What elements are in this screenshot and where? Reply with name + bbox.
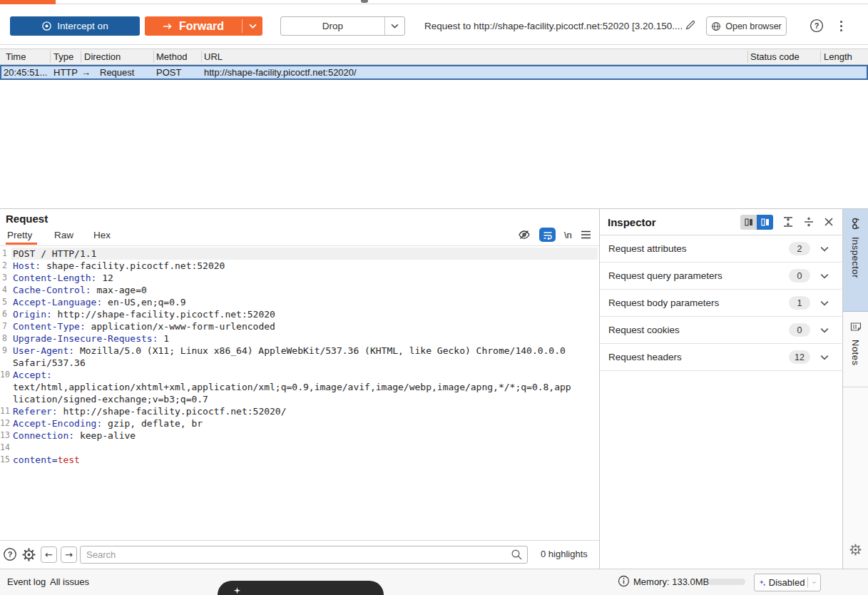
col-method[interactable]: Method <box>156 51 187 62</box>
line-number: 9 <box>0 345 11 357</box>
forward-button[interactable]: Forward <box>145 16 262 36</box>
intercept-icon <box>41 21 52 31</box>
editor-line[interactable]: 7Content-Type: application/x-www-form-ur… <box>0 320 598 332</box>
line-number: 5 <box>0 296 11 308</box>
editor-line[interactable]: 13Connection: keep-alive <box>0 429 598 442</box>
intercept-toggle-button[interactable]: Intercept on <box>10 16 140 36</box>
single-pane-layout-button[interactable] <box>740 215 757 230</box>
line-content: Upgrade-Insecure-Requests: 1 <box>11 332 598 345</box>
line-content: Content-Length: 12 <box>11 272 598 284</box>
section-request-headers[interactable]: Request headers 12 <box>600 344 842 371</box>
col-time[interactable]: Time <box>6 51 26 62</box>
event-log-link[interactable]: Event log <box>7 576 46 587</box>
more-menu-button[interactable] <box>836 19 846 33</box>
side-tab-inspector[interactable]: Inspector <box>843 209 868 312</box>
row-url: http://shape-facility.picoctf.net:52020/ <box>204 67 357 78</box>
inspector-layout-toggle <box>740 215 773 230</box>
line-number: 10 <box>0 369 11 381</box>
section-request-attributes[interactable]: Request attributes 2 <box>600 235 842 263</box>
intercepted-request-row[interactable]: 20:45:51... HTTP → Request POST http://s… <box>0 65 868 80</box>
help-button[interactable]: ? <box>810 19 824 36</box>
burp-ai-dropdown[interactable]: Disabled <box>754 574 821 591</box>
editor-line[interactable]: Safari/537.36 <box>0 357 598 369</box>
ai-split-divider <box>807 577 808 588</box>
editor-line[interactable]: 5Accept-Language: en-US,en;q=0.9 <box>0 296 598 308</box>
chevron-down-icon <box>820 327 829 333</box>
edit-target-button[interactable] <box>685 19 696 34</box>
side-tab-notes[interactable]: Notes <box>843 312 868 387</box>
drop-label[interactable]: Drop <box>281 17 384 35</box>
editor-line[interactable]: 14 <box>0 442 598 454</box>
editor-code[interactable]: 1POST / HTTP/1.12Host: shape-facility.pi… <box>0 248 598 466</box>
col-direction[interactable]: Direction <box>84 51 121 62</box>
section-request-cookies[interactable]: Request cookies 0 <box>600 317 842 344</box>
tab-hex[interactable]: Hex <box>93 230 111 240</box>
editor-line[interactable]: 12Accept-Encoding: gzip, deflate, br <box>0 417 598 429</box>
tab-pretty[interactable]: Pretty <box>7 230 32 240</box>
line-content: Safari/537.36 <box>11 357 598 369</box>
chevron-down-icon <box>820 273 829 279</box>
highlights-count: 0 highlights <box>541 549 588 559</box>
editor-line[interactable]: 9User-Agent: Mozilla/5.0 (X11; Linux x86… <box>0 345 598 357</box>
editor-line[interactable]: 15content=test <box>0 454 598 466</box>
search-input[interactable] <box>80 546 528 564</box>
chevron-down-icon <box>249 24 257 29</box>
notes-icon <box>850 321 862 332</box>
open-browser-button[interactable]: Open browser <box>706 16 787 36</box>
word-wrap-toggle-button[interactable] <box>539 228 556 242</box>
line-content: Origin: http://shape-facility.picoctf.ne… <box>11 308 598 320</box>
editor-line[interactable]: 8Upgrade-Insecure-Requests: 1 <box>0 332 598 345</box>
search-settings-gear-icon[interactable] <box>21 547 36 562</box>
line-number: 4 <box>0 284 11 296</box>
search-prev-button[interactable]: ← <box>41 546 57 563</box>
forward-dropdown-caret[interactable] <box>242 16 262 36</box>
read-only-eye-off-icon[interactable] <box>518 229 531 240</box>
line-number: 1 <box>0 248 11 260</box>
open-browser-label: Open browser <box>725 21 782 31</box>
expand-all-icon[interactable] <box>782 216 794 228</box>
chevron-down-icon[interactable] <box>811 580 817 585</box>
side-tab-notes-label: Notes <box>850 340 861 365</box>
intercept-table-header: Time Type Direction Method URL Status co… <box>0 49 868 65</box>
side-tab-inspector-label: Inspector <box>850 237 861 278</box>
forward-arrow-icon <box>163 22 173 31</box>
editor-line[interactable]: 10Accept: <box>0 369 598 381</box>
forward-main[interactable]: Forward <box>145 16 242 36</box>
col-status-code[interactable]: Status code <box>750 51 800 62</box>
section-request-body-parameters[interactable]: Request body parameters 1 <box>600 290 842 317</box>
editor-line[interactable]: 1POST / HTTP/1.1 <box>0 248 598 260</box>
all-issues-link[interactable]: All issues <box>50 576 89 587</box>
line-number <box>0 357 11 369</box>
search-next-button[interactable]: → <box>61 546 77 563</box>
editor-line[interactable]: 3Content-Length: 12 <box>0 272 598 284</box>
line-content: text/html,application/xhtml+xml,applicat… <box>11 381 598 393</box>
editor-line[interactable]: 6Origin: http://shape-facility.picoctf.n… <box>0 308 598 320</box>
show-newlines-toggle[interactable]: \n <box>564 230 572 240</box>
proxy-toolbar: Intercept on Forward Drop Request to htt… <box>0 4 868 45</box>
editor-line[interactable]: 2Host: shape-facility.picoctf.net:52020 <box>0 260 598 272</box>
col-type[interactable]: Type <box>53 51 73 62</box>
pill-sparkle-icon <box>233 587 241 595</box>
editor-line[interactable]: 11Referer: http://shape-facility.picoctf… <box>0 405 598 417</box>
editor-menu-icon[interactable] <box>581 230 591 239</box>
drop-dropdown-caret[interactable] <box>385 17 404 35</box>
line-content: content=test <box>11 454 598 466</box>
chevron-down-icon <box>820 355 829 360</box>
close-icon[interactable] <box>824 217 834 227</box>
forward-label: Forward <box>179 20 224 33</box>
col-url[interactable]: URL <box>204 51 223 62</box>
inspector-settings-gear-icon[interactable] <box>849 543 862 556</box>
search-help-icon[interactable]: ? <box>3 547 17 561</box>
collapse-all-icon[interactable] <box>803 216 815 228</box>
count-badge: 2 <box>789 242 810 255</box>
drop-button[interactable]: Drop <box>280 16 405 36</box>
tab-raw[interactable]: Raw <box>54 230 73 240</box>
tabs-divider <box>0 245 599 246</box>
editor-line[interactable]: text/html,application/xhtml+xml,applicat… <box>0 381 598 393</box>
col-length[interactable]: Length <box>824 51 852 62</box>
editor-line[interactable]: 4Cache-Control: max-age=0 <box>0 284 598 296</box>
split-pane-layout-button[interactable] <box>757 215 773 230</box>
editor-line[interactable]: lication/signed-exchange;v=b3;q=0.7 <box>0 393 598 405</box>
line-content: Host: shape-facility.picoctf.net:52020 <box>11 260 598 272</box>
section-request-query-parameters[interactable]: Request query parameters 0 <box>600 263 842 290</box>
